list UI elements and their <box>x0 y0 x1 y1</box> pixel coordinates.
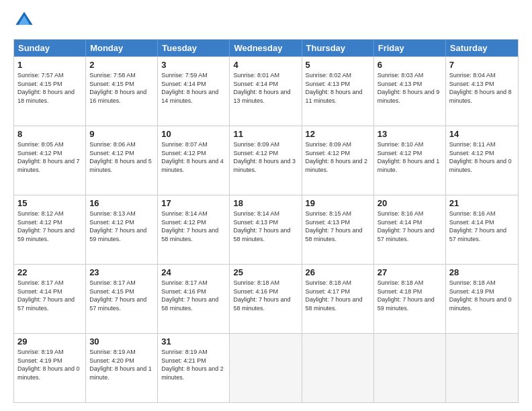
table-row: 9Sunrise: 8:06 AMSunset: 4:12 PMDaylight… <box>86 126 158 195</box>
calendar-header: SundayMondayTuesdayWednesdayThursdayFrid… <box>14 40 518 56</box>
cell-details: Sunrise: 8:14 AMSunset: 4:13 PMDaylight:… <box>233 210 298 243</box>
table-row: 1Sunrise: 7:57 AMSunset: 4:15 PMDaylight… <box>14 57 86 126</box>
table-row: 15Sunrise: 8:12 AMSunset: 4:12 PMDayligh… <box>14 195 86 264</box>
cell-details: Sunrise: 8:19 AMSunset: 4:21 PMDaylight:… <box>161 348 226 381</box>
cell-details: Sunrise: 8:09 AMSunset: 4:12 PMDaylight:… <box>233 140 298 174</box>
day-number: 4 <box>233 60 298 70</box>
cell-details: Sunrise: 8:09 AMSunset: 4:12 PMDaylight:… <box>306 140 370 174</box>
calendar-row-2: 8Sunrise: 8:05 AMSunset: 4:12 PMDaylight… <box>14 126 518 195</box>
day-number: 9 <box>89 129 154 139</box>
day-number: 24 <box>161 267 226 277</box>
day-number: 17 <box>161 198 226 208</box>
table-row: 18Sunrise: 8:14 AMSunset: 4:13 PMDayligh… <box>230 195 302 264</box>
table-row <box>374 334 446 402</box>
day-number: 18 <box>233 198 298 208</box>
cell-details: Sunrise: 8:18 AMSunset: 4:19 PMDaylight:… <box>449 279 515 312</box>
table-row: 4Sunrise: 8:01 AMSunset: 4:14 PMDaylight… <box>230 57 302 126</box>
table-row: 13Sunrise: 8:10 AMSunset: 4:12 PMDayligh… <box>374 126 446 195</box>
cell-details: Sunrise: 8:17 AMSunset: 4:14 PMDaylight:… <box>17 279 82 312</box>
day-number: 26 <box>306 267 370 277</box>
day-number: 23 <box>89 267 154 277</box>
cell-details: Sunrise: 8:05 AMSunset: 4:12 PMDaylight:… <box>17 140 82 174</box>
day-number: 21 <box>449 198 515 208</box>
table-row: 30Sunrise: 8:19 AMSunset: 4:20 PMDayligh… <box>86 334 158 402</box>
cell-details: Sunrise: 8:02 AMSunset: 4:13 PMDaylight:… <box>306 71 370 105</box>
table-row: 8Sunrise: 8:05 AMSunset: 4:12 PMDaylight… <box>14 126 86 195</box>
cell-details: Sunrise: 8:17 AMSunset: 4:16 PMDaylight:… <box>161 279 226 312</box>
table-row: 29Sunrise: 8:19 AMSunset: 4:19 PMDayligh… <box>14 334 86 402</box>
header-cell-tuesday: Tuesday <box>158 40 230 56</box>
table-row <box>302 334 374 402</box>
calendar-row-1: 1Sunrise: 7:57 AMSunset: 4:15 PMDaylight… <box>14 56 518 126</box>
table-row: 12Sunrise: 8:09 AMSunset: 4:12 PMDayligh… <box>302 126 374 195</box>
cell-details: Sunrise: 8:01 AMSunset: 4:14 PMDaylight:… <box>233 71 298 105</box>
table-row: 21Sunrise: 8:16 AMSunset: 4:14 PMDayligh… <box>446 195 518 264</box>
table-row: 17Sunrise: 8:14 AMSunset: 4:12 PMDayligh… <box>158 195 230 264</box>
day-number: 25 <box>233 267 298 277</box>
table-row: 23Sunrise: 8:17 AMSunset: 4:15 PMDayligh… <box>86 265 158 333</box>
cell-details: Sunrise: 8:07 AMSunset: 4:12 PMDaylight:… <box>161 140 226 174</box>
calendar-row-5: 29Sunrise: 8:19 AMSunset: 4:19 PMDayligh… <box>14 333 518 402</box>
cell-details: Sunrise: 8:18 AMSunset: 4:18 PMDaylight:… <box>378 279 442 312</box>
table-row: 6Sunrise: 8:03 AMSunset: 4:13 PMDaylight… <box>374 57 446 126</box>
table-row: 10Sunrise: 8:07 AMSunset: 4:12 PMDayligh… <box>158 126 230 195</box>
table-row: 28Sunrise: 8:18 AMSunset: 4:19 PMDayligh… <box>446 265 518 333</box>
cell-details: Sunrise: 8:03 AMSunset: 4:13 PMDaylight:… <box>378 71 442 105</box>
table-row: 14Sunrise: 8:11 AMSunset: 4:12 PMDayligh… <box>446 126 518 195</box>
cell-details: Sunrise: 7:57 AMSunset: 4:15 PMDaylight:… <box>17 71 82 105</box>
calendar-row-4: 22Sunrise: 8:17 AMSunset: 4:14 PMDayligh… <box>14 264 518 333</box>
day-number: 3 <box>161 60 226 70</box>
day-number: 1 <box>17 60 82 70</box>
table-row: 16Sunrise: 8:13 AMSunset: 4:12 PMDayligh… <box>86 195 158 264</box>
header-cell-saturday: Saturday <box>446 40 518 56</box>
cell-details: Sunrise: 7:59 AMSunset: 4:14 PMDaylight:… <box>161 71 226 105</box>
table-row: 2Sunrise: 7:58 AMSunset: 4:15 PMDaylight… <box>86 57 158 126</box>
logo-icon <box>15 11 34 30</box>
cell-details: Sunrise: 7:58 AMSunset: 4:15 PMDaylight:… <box>89 71 154 105</box>
cell-details: Sunrise: 8:16 AMSunset: 4:14 PMDaylight:… <box>378 210 442 243</box>
calendar-body: 1Sunrise: 7:57 AMSunset: 4:15 PMDaylight… <box>14 56 518 402</box>
cell-details: Sunrise: 8:04 AMSunset: 4:13 PMDaylight:… <box>449 71 515 105</box>
cell-details: Sunrise: 8:16 AMSunset: 4:14 PMDaylight:… <box>449 210 515 243</box>
day-number: 19 <box>306 198 370 208</box>
calendar-row-3: 15Sunrise: 8:12 AMSunset: 4:12 PMDayligh… <box>14 195 518 264</box>
cell-details: Sunrise: 8:12 AMSunset: 4:12 PMDaylight:… <box>17 210 82 243</box>
day-number: 16 <box>89 198 154 208</box>
table-row: 26Sunrise: 8:18 AMSunset: 4:17 PMDayligh… <box>302 265 374 333</box>
day-number: 14 <box>449 129 515 139</box>
day-number: 10 <box>161 129 226 139</box>
day-number: 7 <box>449 60 515 70</box>
day-number: 13 <box>378 129 442 139</box>
cell-details: Sunrise: 8:18 AMSunset: 4:17 PMDaylight:… <box>306 279 370 312</box>
table-row: 11Sunrise: 8:09 AMSunset: 4:12 PMDayligh… <box>230 126 302 195</box>
cell-details: Sunrise: 8:19 AMSunset: 4:20 PMDaylight:… <box>89 348 154 381</box>
table-row: 27Sunrise: 8:18 AMSunset: 4:18 PMDayligh… <box>374 265 446 333</box>
table-row: 31Sunrise: 8:19 AMSunset: 4:21 PMDayligh… <box>158 334 230 402</box>
day-number: 29 <box>17 336 82 347</box>
cell-details: Sunrise: 8:19 AMSunset: 4:19 PMDaylight:… <box>17 348 82 381</box>
cell-details: Sunrise: 8:14 AMSunset: 4:12 PMDaylight:… <box>161 210 226 243</box>
day-number: 20 <box>378 198 442 208</box>
cell-details: Sunrise: 8:11 AMSunset: 4:12 PMDaylight:… <box>449 140 515 174</box>
cell-details: Sunrise: 8:18 AMSunset: 4:16 PMDaylight:… <box>233 279 298 312</box>
cell-details: Sunrise: 8:15 AMSunset: 4:13 PMDaylight:… <box>306 210 370 243</box>
header-cell-thursday: Thursday <box>302 40 374 56</box>
table-row: 22Sunrise: 8:17 AMSunset: 4:14 PMDayligh… <box>14 265 86 333</box>
day-number: 22 <box>17 267 82 277</box>
day-number: 15 <box>17 198 82 208</box>
cell-details: Sunrise: 8:13 AMSunset: 4:12 PMDaylight:… <box>89 210 154 243</box>
header-cell-friday: Friday <box>374 40 446 56</box>
table-row: 7Sunrise: 8:04 AMSunset: 4:13 PMDaylight… <box>446 57 518 126</box>
header-cell-monday: Monday <box>86 40 158 56</box>
day-number: 8 <box>17 129 82 139</box>
table-row: 19Sunrise: 8:15 AMSunset: 4:13 PMDayligh… <box>302 195 374 264</box>
day-number: 11 <box>233 129 298 139</box>
page: SundayMondayTuesdayWednesdayThursdayFrid… <box>0 0 532 411</box>
day-number: 31 <box>161 336 226 347</box>
cell-details: Sunrise: 8:10 AMSunset: 4:12 PMDaylight:… <box>378 140 442 174</box>
table-row: 20Sunrise: 8:16 AMSunset: 4:14 PMDayligh… <box>374 195 446 264</box>
table-row: 5Sunrise: 8:02 AMSunset: 4:13 PMDaylight… <box>302 57 374 126</box>
cell-details: Sunrise: 8:17 AMSunset: 4:15 PMDaylight:… <box>89 279 154 312</box>
logo <box>13 11 36 32</box>
table-row <box>230 334 302 402</box>
